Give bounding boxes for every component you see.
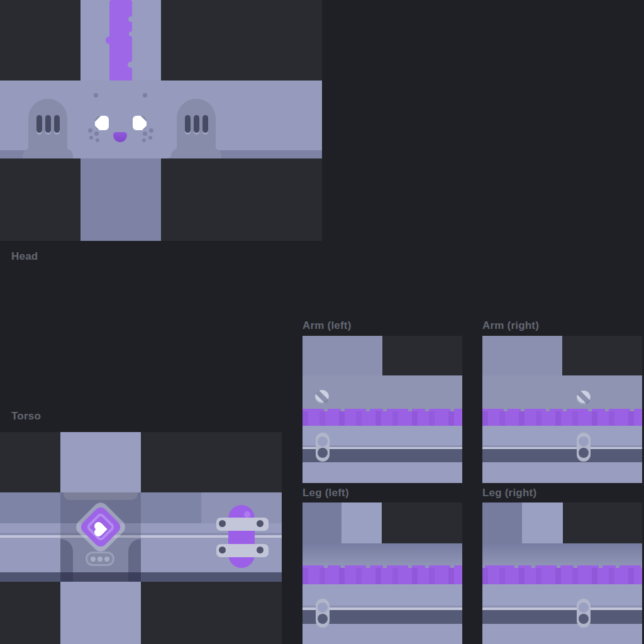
panel-label-arm-left: Arm (left) — [303, 319, 352, 332]
ear-grille — [185, 115, 208, 133]
uv-checker-square — [0, 0, 80, 80]
rivet — [257, 547, 264, 553]
rivet — [219, 547, 226, 553]
leg-top-face-light — [341, 502, 382, 543]
grille-dot — [97, 557, 103, 562]
eyelid-wedge — [95, 116, 101, 122]
leg-top-face — [303, 502, 341, 543]
leg-right-panel — [482, 502, 642, 644]
head-bottom-face — [80, 158, 161, 241]
panel-label-leg-right: Leg (right) — [482, 487, 536, 499]
freckle — [89, 136, 93, 140]
uv-checker-square — [562, 336, 642, 375]
uv-checker-square — [382, 336, 462, 375]
thigh-gradient-band — [482, 543, 642, 568]
arm-lower-band — [482, 426, 642, 445]
panel-label-torso: Torso — [11, 410, 41, 423]
tab-hole — [318, 448, 328, 458]
eye-left — [95, 116, 109, 130]
hand-band — [482, 462, 642, 483]
foot-band — [303, 624, 462, 644]
uv-checker-square — [0, 432, 60, 492]
arm-top-face — [482, 336, 562, 375]
panel-label-arm-right: Arm (right) — [482, 319, 539, 332]
brow-dot-left — [94, 93, 98, 97]
zipper-tab — [577, 599, 591, 628]
freckle — [96, 138, 99, 142]
ear-grille — [36, 115, 60, 133]
hair-notch — [128, 62, 134, 68]
uv-checker-square — [0, 582, 60, 644]
leg-top-face-light — [522, 502, 563, 543]
ear-grille-bar — [203, 115, 208, 133]
zipper-tab — [316, 433, 330, 462]
ear-grille-bar — [194, 115, 199, 133]
tab-hole — [318, 436, 328, 447]
uv-checker-square — [0, 158, 80, 241]
shin-band — [482, 584, 642, 606]
zipper-tab — [316, 599, 330, 628]
foot-band — [482, 624, 642, 644]
ear-grille-bar — [45, 115, 51, 133]
cuff-dark-band — [482, 610, 642, 624]
tab-hole — [318, 602, 328, 613]
hand-band — [303, 462, 462, 483]
rivet — [219, 520, 226, 527]
leg-left-panel — [303, 502, 462, 644]
tab-hole — [579, 614, 589, 624]
head-panel — [0, 0, 322, 241]
uv-checker-square — [161, 158, 322, 241]
uv-checker-square — [382, 502, 462, 543]
eye-right — [133, 116, 147, 130]
tab-hole — [318, 614, 328, 624]
ear-grille-bar — [36, 115, 42, 133]
uv-checker-square — [141, 432, 282, 492]
freckle — [94, 131, 99, 136]
trim-body — [303, 568, 462, 584]
trim-body — [303, 411, 462, 426]
screw-icon — [315, 390, 329, 404]
uv-checker-square — [161, 0, 322, 80]
grille-dot — [91, 557, 96, 562]
tab-hole — [579, 602, 589, 613]
torso-top-face — [60, 432, 141, 492]
chest-grille — [86, 552, 114, 566]
torso-bottom-face — [60, 582, 141, 644]
hair-bump — [106, 36, 113, 44]
tab-hole — [579, 436, 589, 447]
freckle — [142, 138, 146, 142]
zipper-tab — [577, 433, 591, 462]
hair-notch — [129, 31, 134, 36]
tab-hole — [579, 448, 589, 458]
ear-left — [28, 99, 67, 158]
freckle — [143, 131, 147, 136]
heart-badge — [81, 508, 120, 547]
panel-label-head: Head — [11, 250, 38, 263]
ear-right — [177, 99, 216, 158]
ear-grille-bar — [54, 115, 60, 133]
uv-checker-square — [141, 582, 282, 644]
freckle — [148, 136, 152, 140]
uv-checker-square — [563, 502, 642, 543]
texture-template-page: Head Torso — [0, 0, 644, 644]
bedroll-capsule — [228, 505, 255, 568]
eyelid-wedge — [140, 116, 147, 122]
arm-top-face — [303, 336, 382, 375]
freckle — [88, 128, 92, 133]
capsule-highlight — [244, 511, 250, 518]
leg-top-face — [482, 502, 522, 543]
trim-body — [482, 568, 642, 584]
torso-panel — [0, 432, 282, 644]
shoulder-shadow-right — [128, 539, 141, 582]
screw-icon — [577, 391, 591, 404]
hair-notch — [128, 16, 134, 22]
shoulder-shadow-left — [60, 539, 73, 582]
collar — [64, 492, 138, 500]
freckle — [149, 128, 153, 133]
arm-right-panel — [482, 336, 642, 483]
rivet — [257, 520, 264, 527]
arm-upper-band — [482, 375, 642, 411]
brow-dot-right — [143, 93, 147, 97]
panel-label-leg-left: Leg (left) — [303, 487, 349, 499]
torso-bottom-strip — [0, 572, 282, 582]
